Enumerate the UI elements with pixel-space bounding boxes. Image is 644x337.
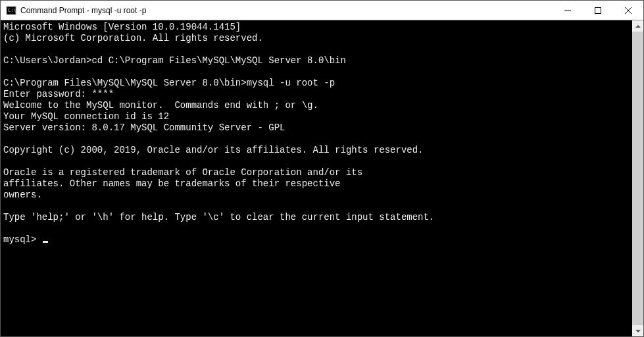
terminal-line: C:\Users\Jordan>cd C:\Program Files\MySQ… <box>3 55 630 66</box>
window-title: Command Prompt - mysql -u root -p <box>20 6 553 15</box>
terminal-line <box>3 201 630 212</box>
terminal-line: owners. <box>3 190 630 201</box>
cmd-icon: C:\ <box>6 5 16 16</box>
minimize-button[interactable] <box>553 1 583 20</box>
scroll-down-arrow[interactable] <box>632 325 643 336</box>
scroll-track[interactable] <box>632 32 643 325</box>
terminal-line <box>3 44 630 55</box>
scroll-up-arrow[interactable] <box>632 20 643 32</box>
maximize-button[interactable] <box>583 1 613 20</box>
terminal-line <box>3 223 630 234</box>
terminal-line: C:\Program Files\MySQL\MySQL Server 8.0\… <box>3 78 630 89</box>
terminal-line: Enter password: **** <box>3 89 630 100</box>
terminal-line: affiliates. Other names may be trademark… <box>3 178 630 190</box>
terminal-prompt-line[interactable]: mysql> <box>3 234 630 246</box>
terminal-output[interactable]: Microsoft Windows [Version 10.0.19044.14… <box>1 20 632 336</box>
svg-marker-6 <box>635 25 641 28</box>
terminal-line: Type 'help;' or '\h' for help. Type '\c'… <box>3 212 630 223</box>
terminal-line <box>3 134 630 145</box>
mysql-prompt: mysql> <box>3 234 42 245</box>
svg-rect-3 <box>595 7 601 13</box>
vertical-scrollbar[interactable] <box>632 20 643 336</box>
terminal-line: Oracle is a registered trademark of Orac… <box>3 167 630 178</box>
close-button[interactable] <box>613 1 643 20</box>
terminal-line: Welcome to the MySQL monitor. Commands e… <box>3 100 630 111</box>
terminal-line: Microsoft Windows [Version 10.0.19044.14… <box>3 22 630 33</box>
cursor <box>43 241 48 243</box>
terminal-line: Copyright (c) 2000, 2019, Oracle and/or … <box>3 145 630 156</box>
window-titlebar[interactable]: C:\ Command Prompt - mysql -u root -p <box>1 1 643 20</box>
svg-marker-7 <box>635 330 641 332</box>
svg-text:C:\: C:\ <box>8 8 16 13</box>
terminal-line <box>3 66 630 78</box>
window-controls <box>553 1 643 20</box>
scroll-thumb[interactable] <box>632 32 643 325</box>
terminal-line <box>3 156 630 167</box>
terminal-area: Microsoft Windows [Version 10.0.19044.14… <box>1 20 643 336</box>
terminal-line: Server version: 8.0.17 MySQL Community S… <box>3 122 630 134</box>
terminal-line: Your MySQL connection id is 12 <box>3 111 630 122</box>
terminal-line: (c) Microsoft Corporation. All rights re… <box>3 33 630 44</box>
